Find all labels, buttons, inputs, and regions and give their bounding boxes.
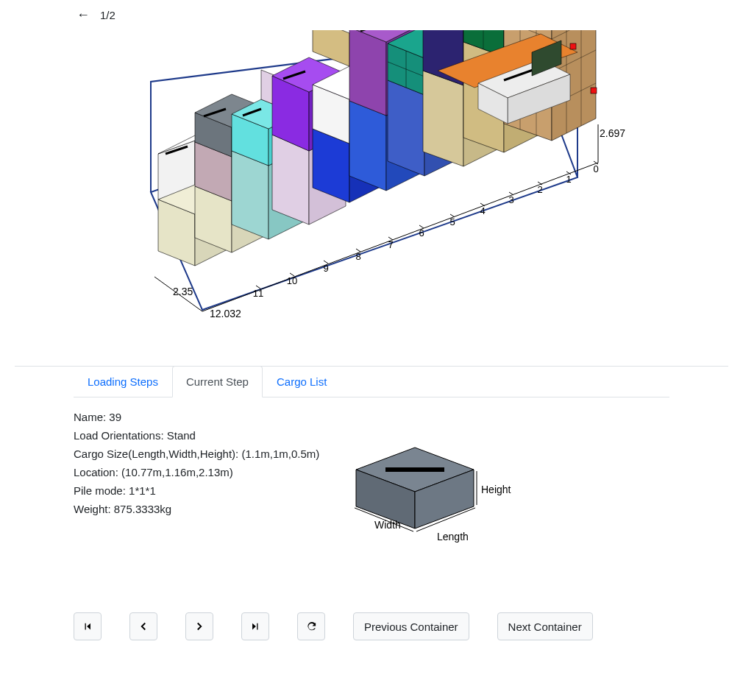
pile-label: Pile mode: bbox=[74, 484, 126, 497]
svg-text:11: 11 bbox=[253, 288, 263, 299]
orientation-label: Load Orientations: bbox=[74, 429, 164, 442]
first-step-button[interactable] bbox=[74, 612, 102, 640]
tab-loading-steps[interactable]: Loading Steps bbox=[74, 366, 172, 397]
refresh-button[interactable] bbox=[297, 612, 325, 640]
height-label: 2.697 bbox=[600, 127, 625, 139]
refresh-icon bbox=[306, 621, 317, 632]
length-label: 12.032 bbox=[210, 308, 241, 319]
pile-value: 1*1*1 bbox=[129, 484, 156, 497]
chevron-left-icon bbox=[139, 621, 148, 632]
last-step-button[interactable] bbox=[241, 612, 269, 640]
svg-marker-38 bbox=[349, 101, 386, 191]
name-value: 39 bbox=[109, 411, 121, 423]
width-label: 2.35 bbox=[173, 286, 193, 297]
location-value: (10.77m,1.16m,2.13m) bbox=[121, 466, 233, 478]
svg-marker-44 bbox=[388, 80, 424, 176]
svg-text:1: 1 bbox=[566, 174, 571, 185]
current-step-pane: Name: 39 Load Orientations: Stand Cargo … bbox=[74, 397, 669, 604]
svg-rect-91 bbox=[570, 43, 576, 49]
width-axis-label: Width bbox=[374, 519, 401, 531]
svg-text:2: 2 bbox=[537, 184, 542, 195]
size-value: (1.1m,1m,0.5m) bbox=[241, 448, 319, 460]
next-step-button[interactable] bbox=[185, 612, 213, 640]
cargo-box-diagram: Width Length Height bbox=[334, 411, 525, 551]
cargo-details: Name: 39 Load Orientations: Stand Cargo … bbox=[74, 411, 319, 521]
page-indicator: 1/2 bbox=[100, 9, 115, 21]
container-3d-svg: 0 1 2 3 4 5 6 7 8 9 10 11 bbox=[70, 30, 673, 347]
orientation-value: Stand bbox=[167, 429, 196, 442]
svg-marker-17 bbox=[232, 151, 269, 239]
previous-container-button[interactable]: Previous Container bbox=[353, 612, 469, 640]
svg-marker-54 bbox=[423, 71, 463, 166]
svg-marker-40 bbox=[349, 30, 386, 116]
skip-start-icon bbox=[82, 621, 93, 632]
back-button[interactable]: ← bbox=[74, 6, 93, 24]
size-label: Cargo Size(Length,Width,Height): bbox=[74, 448, 238, 460]
height-axis-label: Height bbox=[481, 484, 511, 495]
location-label: Location: bbox=[74, 466, 118, 478]
tab-cargo-list[interactable]: Cargo List bbox=[263, 366, 341, 397]
weight-value: 875.3333kg bbox=[114, 503, 171, 515]
chevron-right-icon bbox=[195, 621, 204, 632]
tab-nav: Loading Steps Current Step Cargo List bbox=[74, 366, 669, 397]
container-3d-view[interactable]: 0 1 2 3 4 5 6 7 8 9 10 11 bbox=[0, 30, 743, 354]
step-navigation: Previous Container Next Container bbox=[0, 604, 743, 655]
svg-text:0: 0 bbox=[593, 163, 598, 174]
tab-current-step[interactable]: Current Step bbox=[172, 366, 263, 397]
svg-rect-92 bbox=[591, 88, 597, 93]
next-container-button[interactable]: Next Container bbox=[497, 612, 593, 640]
length-axis-label: Length bbox=[437, 531, 469, 542]
prev-step-button[interactable] bbox=[129, 612, 157, 640]
skip-end-icon bbox=[250, 621, 260, 632]
name-label: Name: bbox=[74, 411, 106, 423]
weight-label: Weight: bbox=[74, 503, 111, 515]
svg-text:10: 10 bbox=[287, 275, 297, 286]
